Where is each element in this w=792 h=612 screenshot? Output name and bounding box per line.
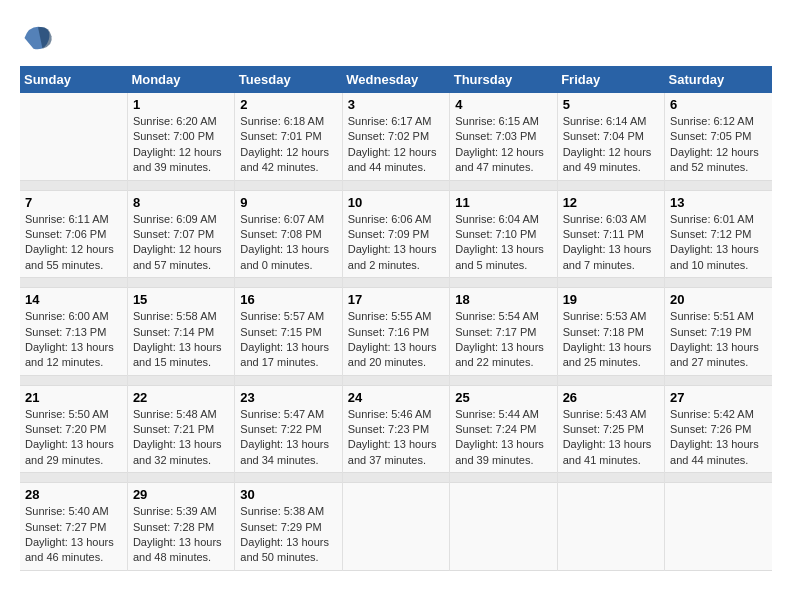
separator-cell xyxy=(450,473,557,483)
calendar-cell: 12Sunrise: 6:03 AMSunset: 7:11 PMDayligh… xyxy=(557,190,664,278)
day-header-friday: Friday xyxy=(557,66,664,93)
day-info: Sunrise: 5:57 AMSunset: 7:15 PMDaylight:… xyxy=(240,309,336,371)
day-info: Sunrise: 6:03 AMSunset: 7:11 PMDaylight:… xyxy=(563,212,659,274)
day-number: 9 xyxy=(240,195,336,210)
calendar-cell: 8Sunrise: 6:09 AMSunset: 7:07 PMDaylight… xyxy=(127,190,234,278)
day-info: Sunrise: 6:09 AMSunset: 7:07 PMDaylight:… xyxy=(133,212,229,274)
day-number: 15 xyxy=(133,292,229,307)
calendar-cell: 15Sunrise: 5:58 AMSunset: 7:14 PMDayligh… xyxy=(127,288,234,376)
day-info: Sunrise: 5:39 AMSunset: 7:28 PMDaylight:… xyxy=(133,504,229,566)
calendar-cell: 29Sunrise: 5:39 AMSunset: 7:28 PMDayligh… xyxy=(127,483,234,571)
day-header-saturday: Saturday xyxy=(665,66,772,93)
separator-row xyxy=(20,180,772,190)
day-info: Sunrise: 6:17 AMSunset: 7:02 PMDaylight:… xyxy=(348,114,444,176)
calendar-cell: 11Sunrise: 6:04 AMSunset: 7:10 PMDayligh… xyxy=(450,190,557,278)
day-number: 22 xyxy=(133,390,229,405)
calendar-cell: 4Sunrise: 6:15 AMSunset: 7:03 PMDaylight… xyxy=(450,93,557,180)
separator-cell xyxy=(342,375,449,385)
day-info: Sunrise: 5:50 AMSunset: 7:20 PMDaylight:… xyxy=(25,407,122,469)
day-header-monday: Monday xyxy=(127,66,234,93)
day-header-tuesday: Tuesday xyxy=(235,66,342,93)
separator-cell xyxy=(235,375,342,385)
day-number: 20 xyxy=(670,292,767,307)
separator-cell xyxy=(342,180,449,190)
day-number: 6 xyxy=(670,97,767,112)
calendar-cell: 6Sunrise: 6:12 AMSunset: 7:05 PMDaylight… xyxy=(665,93,772,180)
day-number: 17 xyxy=(348,292,444,307)
day-header-sunday: Sunday xyxy=(20,66,127,93)
separator-cell xyxy=(127,473,234,483)
separator-cell xyxy=(20,180,127,190)
separator-cell xyxy=(20,375,127,385)
calendar-cell: 22Sunrise: 5:48 AMSunset: 7:21 PMDayligh… xyxy=(127,385,234,473)
day-info: Sunrise: 5:38 AMSunset: 7:29 PMDaylight:… xyxy=(240,504,336,566)
separator-cell xyxy=(235,473,342,483)
calendar-header: SundayMondayTuesdayWednesdayThursdayFrid… xyxy=(20,66,772,93)
calendar-cell: 17Sunrise: 5:55 AMSunset: 7:16 PMDayligh… xyxy=(342,288,449,376)
calendar-cell: 20Sunrise: 5:51 AMSunset: 7:19 PMDayligh… xyxy=(665,288,772,376)
calendar-cell xyxy=(450,483,557,571)
calendar-cell: 14Sunrise: 6:00 AMSunset: 7:13 PMDayligh… xyxy=(20,288,127,376)
day-info: Sunrise: 6:20 AMSunset: 7:00 PMDaylight:… xyxy=(133,114,229,176)
separator-cell xyxy=(665,473,772,483)
day-number: 13 xyxy=(670,195,767,210)
separator-cell xyxy=(665,180,772,190)
day-info: Sunrise: 5:54 AMSunset: 7:17 PMDaylight:… xyxy=(455,309,551,371)
calendar-cell: 16Sunrise: 5:57 AMSunset: 7:15 PMDayligh… xyxy=(235,288,342,376)
calendar-cell: 19Sunrise: 5:53 AMSunset: 7:18 PMDayligh… xyxy=(557,288,664,376)
logo xyxy=(20,20,60,56)
day-info: Sunrise: 5:58 AMSunset: 7:14 PMDaylight:… xyxy=(133,309,229,371)
separator-cell xyxy=(665,278,772,288)
calendar-cell: 25Sunrise: 5:44 AMSunset: 7:24 PMDayligh… xyxy=(450,385,557,473)
day-number: 10 xyxy=(348,195,444,210)
calendar-cell: 26Sunrise: 5:43 AMSunset: 7:25 PMDayligh… xyxy=(557,385,664,473)
day-info: Sunrise: 6:07 AMSunset: 7:08 PMDaylight:… xyxy=(240,212,336,274)
separator-cell xyxy=(557,375,664,385)
day-number: 12 xyxy=(563,195,659,210)
separator-cell xyxy=(450,375,557,385)
day-number: 3 xyxy=(348,97,444,112)
calendar-cell: 27Sunrise: 5:42 AMSunset: 7:26 PMDayligh… xyxy=(665,385,772,473)
day-number: 14 xyxy=(25,292,122,307)
logo-icon xyxy=(20,20,56,56)
day-number: 5 xyxy=(563,97,659,112)
day-info: Sunrise: 5:42 AMSunset: 7:26 PMDaylight:… xyxy=(670,407,767,469)
calendar-body: 1Sunrise: 6:20 AMSunset: 7:00 PMDaylight… xyxy=(20,93,772,570)
day-info: Sunrise: 6:15 AMSunset: 7:03 PMDaylight:… xyxy=(455,114,551,176)
separator-row xyxy=(20,473,772,483)
day-number: 2 xyxy=(240,97,336,112)
separator-cell xyxy=(235,278,342,288)
day-info: Sunrise: 6:04 AMSunset: 7:10 PMDaylight:… xyxy=(455,212,551,274)
day-info: Sunrise: 6:00 AMSunset: 7:13 PMDaylight:… xyxy=(25,309,122,371)
separator-cell xyxy=(20,278,127,288)
day-info: Sunrise: 5:55 AMSunset: 7:16 PMDaylight:… xyxy=(348,309,444,371)
day-number: 28 xyxy=(25,487,122,502)
calendar-cell: 10Sunrise: 6:06 AMSunset: 7:09 PMDayligh… xyxy=(342,190,449,278)
day-info: Sunrise: 5:40 AMSunset: 7:27 PMDaylight:… xyxy=(25,504,122,566)
calendar-table: SundayMondayTuesdayWednesdayThursdayFrid… xyxy=(20,66,772,571)
day-number: 24 xyxy=(348,390,444,405)
day-info: Sunrise: 5:44 AMSunset: 7:24 PMDaylight:… xyxy=(455,407,551,469)
calendar-cell: 5Sunrise: 6:14 AMSunset: 7:04 PMDaylight… xyxy=(557,93,664,180)
separator-cell xyxy=(450,180,557,190)
day-number: 1 xyxy=(133,97,229,112)
day-info: Sunrise: 6:18 AMSunset: 7:01 PMDaylight:… xyxy=(240,114,336,176)
separator-cell xyxy=(342,278,449,288)
week-row-5: 28Sunrise: 5:40 AMSunset: 7:27 PMDayligh… xyxy=(20,483,772,571)
calendar-cell xyxy=(20,93,127,180)
calendar-cell: 9Sunrise: 6:07 AMSunset: 7:08 PMDaylight… xyxy=(235,190,342,278)
calendar-cell: 2Sunrise: 6:18 AMSunset: 7:01 PMDaylight… xyxy=(235,93,342,180)
calendar-cell: 1Sunrise: 6:20 AMSunset: 7:00 PMDaylight… xyxy=(127,93,234,180)
calendar-cell xyxy=(665,483,772,571)
separator-cell xyxy=(20,473,127,483)
week-row-1: 1Sunrise: 6:20 AMSunset: 7:00 PMDaylight… xyxy=(20,93,772,180)
day-header-thursday: Thursday xyxy=(450,66,557,93)
day-info: Sunrise: 6:01 AMSunset: 7:12 PMDaylight:… xyxy=(670,212,767,274)
day-info: Sunrise: 5:53 AMSunset: 7:18 PMDaylight:… xyxy=(563,309,659,371)
calendar-cell: 21Sunrise: 5:50 AMSunset: 7:20 PMDayligh… xyxy=(20,385,127,473)
day-number: 26 xyxy=(563,390,659,405)
calendar-cell: 23Sunrise: 5:47 AMSunset: 7:22 PMDayligh… xyxy=(235,385,342,473)
calendar-cell: 3Sunrise: 6:17 AMSunset: 7:02 PMDaylight… xyxy=(342,93,449,180)
day-number: 19 xyxy=(563,292,659,307)
calendar-cell: 13Sunrise: 6:01 AMSunset: 7:12 PMDayligh… xyxy=(665,190,772,278)
